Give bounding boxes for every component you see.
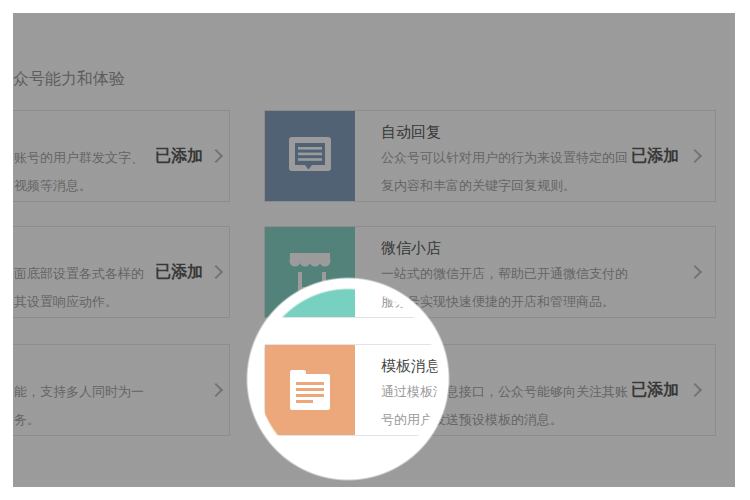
content-viewport: 众号能力和体验 账号的用户群发文字、 视频等消息。 已添加 自动回复 公众号可以… [13, 13, 735, 487]
page: 众号能力和体验 账号的用户群发文字、 视频等消息。 已添加 自动回复 公众号可以… [0, 0, 750, 500]
spotlight-circle [257, 288, 439, 470]
guide-dim-overlay[interactable] [13, 13, 735, 487]
